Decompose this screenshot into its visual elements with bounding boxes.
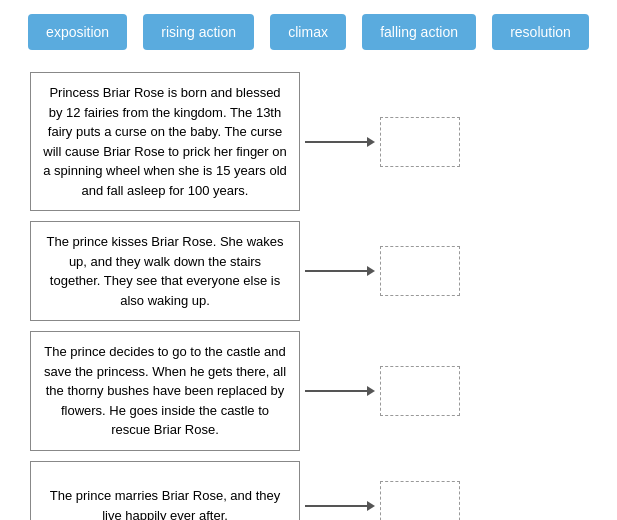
nav-bar: expositionrising actionclimaxfalling act… (0, 0, 617, 64)
arrow-icon (305, 137, 375, 147)
story-box-row1: Princess Briar Rose is born and blessed … (30, 72, 300, 211)
arrow-line (305, 141, 367, 143)
story-row-row4: The prince marries Briar Rose, and they … (30, 461, 587, 521)
nav-btn-rising-action[interactable]: rising action (143, 14, 254, 50)
content-area: Princess Briar Rose is born and blessed … (0, 64, 617, 520)
nav-btn-exposition[interactable]: exposition (28, 14, 127, 50)
arrow-container (300, 501, 380, 511)
arrow-icon (305, 266, 375, 276)
story-box-row3: The prince decides to go to the castle a… (30, 331, 300, 451)
nav-btn-climax[interactable]: climax (270, 14, 346, 50)
arrow-head (367, 386, 375, 396)
arrow-head (367, 266, 375, 276)
arrow-head (367, 137, 375, 147)
drop-box-row3[interactable] (380, 366, 460, 416)
story-box-row4: The prince marries Briar Rose, and they … (30, 461, 300, 521)
arrow-icon (305, 386, 375, 396)
arrow-container (300, 386, 380, 396)
arrow-container (300, 137, 380, 147)
arrow-line (305, 505, 367, 507)
arrow-line (305, 390, 367, 392)
drop-box-row2[interactable] (380, 246, 460, 296)
drop-box-row1[interactable] (380, 117, 460, 167)
drop-box-row4[interactable] (380, 481, 460, 521)
nav-btn-resolution[interactable]: resolution (492, 14, 589, 50)
nav-btn-falling-action[interactable]: falling action (362, 14, 476, 50)
arrow-icon (305, 501, 375, 511)
story-row-row1: Princess Briar Rose is born and blessed … (30, 72, 587, 211)
story-row-row3: The prince decides to go to the castle a… (30, 331, 587, 451)
story-box-row2: The prince kisses Briar Rose. She wakes … (30, 221, 300, 321)
arrow-line (305, 270, 367, 272)
arrow-container (300, 266, 380, 276)
story-row-row2: The prince kisses Briar Rose. She wakes … (30, 221, 587, 321)
arrow-head (367, 501, 375, 511)
